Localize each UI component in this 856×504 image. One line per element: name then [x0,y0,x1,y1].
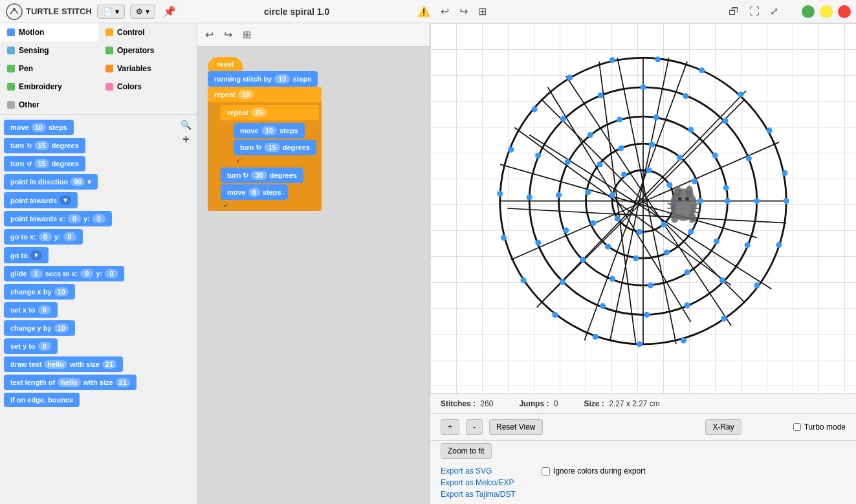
block-goto-xy[interactable]: go to x: 0 y: 0 [4,229,83,245]
block-turn-cw[interactable]: turn ↻ 15 degrees [4,138,85,153]
block-change-y[interactable]: change y by 10 [4,320,75,336]
script-block-repeat-10[interactable]: repeat 10 repeat 25 [208,87,322,211]
xray-button[interactable]: X-Ray [705,419,741,435]
main-layout: Motion Control Sensing Operators Pen Var… [0,23,856,504]
svg-line-14 [599,61,636,344]
project-title: circle spiral 1.0 [184,6,410,17]
block-point-towards-xy[interactable]: point towards x: 0 y: 0 [4,211,112,226]
categories-panel: Motion Control Sensing Operators Pen Var… [0,23,197,115]
redo-button[interactable]: ↪ [457,4,470,19]
grid-button[interactable]: ⊞ [476,4,489,19]
svg-point-82 [618,145,624,151]
run-button[interactable] [802,5,815,18]
svg-point-59 [725,198,730,204]
svg-point-0 [6,4,22,19]
export-tajima-link[interactable]: Export as Tajima/DST [441,490,516,499]
block-change-x[interactable]: change x by 10 [4,284,75,300]
block-reset[interactable]: reset [208,57,243,71]
pause-button[interactable] [820,5,833,18]
block-glide[interactable]: glide 1 secs to x: 0 y: 0 [4,266,124,281]
block-set-x[interactable]: set x to 0 [4,302,58,318]
block-set-y[interactable]: set y to 0 [4,338,58,354]
reset-view-button[interactable]: Reset View [489,419,542,435]
expand-button[interactable]: ⤢ [767,4,781,19]
zoom-minus-button[interactable]: - [466,419,483,435]
fullscreen-button[interactable]: ⛶ [747,5,762,19]
svg-point-38 [655,56,661,62]
add-block-button[interactable]: + [182,133,190,146]
script-block-repeat-25[interactable]: repeat 25 move 10 steps [221,105,319,166]
script-stack: reset running stitch by 10 steps repeat … [208,57,419,211]
pen-dot [7,65,15,72]
undo-button[interactable]: ↩ [438,4,452,19]
export-svg-link[interactable]: Export as SVG [441,466,516,476]
info-bar: Stitches : 260 Jumps : 0 Size : 2.27 x 2… [430,394,856,414]
other-dot [7,101,15,109]
category-control[interactable]: Control [98,23,197,41]
zoom-to-fit-button[interactable]: Zoom to fit [441,443,492,459]
svg-point-75 [688,229,694,235]
file-button[interactable]: 📄 ▾ [97,5,125,19]
stop-button[interactable] [838,5,851,18]
embroidery-svg [430,23,856,393]
category-variables[interactable]: Variables [98,60,197,78]
jumps-label: Jumps : 0 [519,399,558,408]
block-if-on-edge[interactable]: if on edge, bounce [4,393,80,407]
turbo-mode-label[interactable]: Turbo mode [793,422,846,432]
block-point-towards[interactable]: point towards ▾ [4,192,78,208]
block-goto[interactable]: go to ▾ [4,247,49,263]
svg-point-54 [598,93,604,98]
script-redo-button[interactable]: ↪ [221,27,235,42]
block-text-length[interactable]: text length of hello with size 21 [4,375,137,390]
category-embroidery-label: Embroidery [19,82,62,91]
category-motion[interactable]: Motion [0,23,98,41]
svg-point-57 [723,118,729,124]
alert-button[interactable]: ⚠️ [415,4,433,19]
export-melco-link[interactable]: Export as Melco/EXP [441,478,516,487]
block-point-direction[interactable]: point in direction 90 ▾ [4,174,98,190]
script-block-turn-30[interactable]: turn ↻ 30 degrees [221,168,303,183]
svg-point-65 [563,227,569,233]
settings-button[interactable]: ⚙ ▾ [130,5,155,19]
svg-point-53 [560,116,566,122]
svg-point-32 [501,235,507,241]
settings-chevron: ▾ [146,7,149,16]
script-block-running-stitch[interactable]: running stitch by 10 steps [208,71,318,87]
export-row: Export as SVG Export as Melco/EXP Export… [441,466,846,499]
script-block-move-8[interactable]: move 8 steps [221,184,288,200]
fit-window-button[interactable]: 🗗 [726,5,741,19]
category-embroidery[interactable]: Embroidery [0,78,98,96]
svg-point-30 [552,312,558,318]
script-block-turn-15[interactable]: turn ↻ 15 degrees [234,140,316,155]
script-canvas[interactable]: reset running stitch by 10 steps repeat … [197,47,430,504]
search-button[interactable]: 🔍 [181,120,192,130]
svg-point-83 [649,142,655,148]
svg-point-1 [13,8,16,10]
script-undo-button[interactable]: ↩ [203,27,216,42]
category-other[interactable]: Other [0,96,197,114]
category-sensing[interactable]: Sensing [0,41,98,60]
script-grid-button[interactable]: ⊞ [240,27,254,42]
repeat-25-body: move 10 steps turn ↻ 15 degrees [221,120,319,166]
svg-point-67 [565,159,571,165]
svg-point-47 [644,312,650,318]
category-pen[interactable]: Pen [0,60,98,78]
block-turn-ccw[interactable]: turn ↺ 15 degrees [4,156,85,171]
embroidery-canvas-area [430,23,856,394]
svg-point-80 [585,190,591,195]
block-draw-text[interactable]: draw text hello with size 21 [4,356,123,372]
category-operators[interactable]: Operators [98,41,197,60]
stitches-label: Stitches : 260 [441,399,493,408]
ignore-colors-checkbox[interactable] [542,467,550,476]
svg-point-56 [683,93,688,99]
block-move[interactable]: move 10 steps [4,120,74,135]
category-colors[interactable]: Colors [98,78,197,96]
script-block-move-10[interactable]: move 10 steps [234,123,305,138]
svg-point-89 [615,215,620,221]
turbo-checkbox[interactable] [793,423,801,431]
category-control-label: Control [117,28,145,37]
pin-button[interactable]: 📌 [160,4,179,19]
svg-point-106 [688,213,696,223]
zoom-plus-button[interactable]: + [441,419,459,435]
ignore-colors-label[interactable]: Ignore colors during export [542,466,646,476]
